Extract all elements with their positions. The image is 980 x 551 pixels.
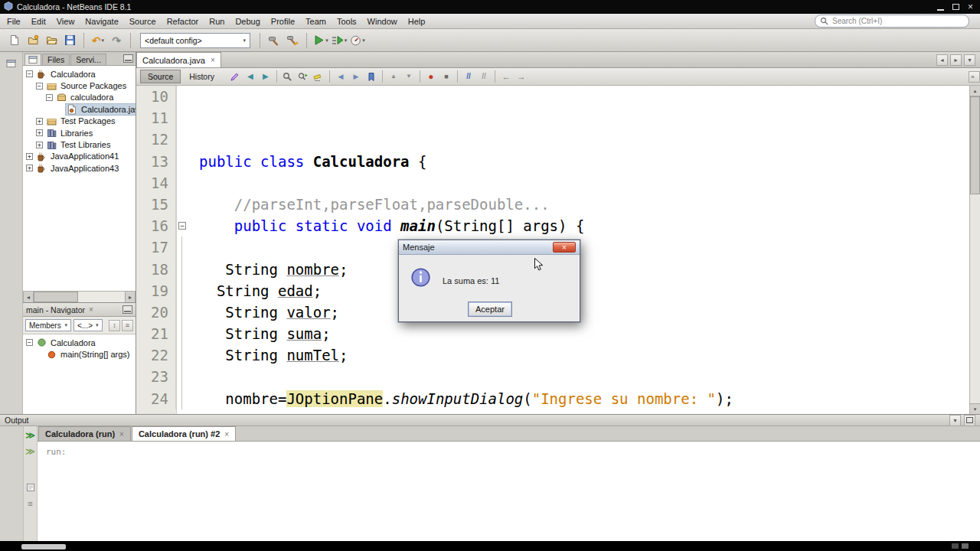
clean-build-button[interactable] — [284, 31, 301, 50]
navigator-close-icon[interactable]: × — [89, 305, 93, 314]
clear-button[interactable] — [25, 482, 36, 493]
code-line-10[interactable]: 10 — [136, 86, 969, 107]
collapse-icon[interactable]: − — [26, 339, 33, 346]
toggle-bookmark-button[interactable] — [364, 70, 378, 83]
code-line-13[interactable]: 13public class Calculadora { — [136, 151, 969, 172]
project-node-javaapplication41[interactable]: +JavaApplication41 — [23, 151, 136, 162]
scroll-up-icon[interactable]: ▴ — [970, 86, 980, 96]
macro-stop-button[interactable]: ■ — [439, 70, 453, 83]
code-line-22[interactable]: 22 String numTel; — [136, 344, 969, 366]
code-line-23[interactable]: 23 — [136, 366, 969, 387]
menu-file[interactable]: File — [2, 15, 26, 28]
output-tab-close-icon[interactable]: × — [224, 430, 229, 439]
projects-minimize-icon[interactable] — [123, 54, 133, 63]
scroll-down-icon[interactable]: ▾ — [970, 403, 980, 414]
menu-window[interactable]: Window — [362, 15, 403, 28]
last-edit-button[interactable] — [228, 70, 242, 83]
fold-collapse-icon[interactable]: − — [178, 222, 186, 230]
menu-edit[interactable]: Edit — [26, 15, 51, 28]
history-view-button[interactable]: History — [183, 70, 220, 83]
expand-icon[interactable]: + — [36, 118, 43, 125]
menu-profile[interactable]: Profile — [266, 15, 300, 28]
find-next-button[interactable] — [296, 70, 310, 83]
tab-list-icon[interactable]: ▾ — [964, 54, 975, 66]
find-selection-button[interactable] — [281, 70, 295, 83]
save-all-button[interactable] — [61, 31, 78, 50]
rerun-button[interactable]: ≫ — [25, 430, 36, 441]
code-line-24[interactable]: 24 nombre=JOptionPane.showInputDialog("I… — [136, 388, 969, 409]
projects-hscrollbar[interactable]: ◂ ▸ — [23, 291, 136, 302]
collapse-icon[interactable]: − — [36, 83, 43, 90]
shift-left-button[interactable]: ← — [499, 70, 513, 83]
open-project-button[interactable] — [43, 31, 60, 50]
navigator-node-calculadora[interactable]: −Calculadora — [23, 337, 136, 348]
redo-button[interactable]: ↷ — [108, 31, 125, 50]
menu-run[interactable]: Run — [204, 15, 230, 28]
run-button[interactable]: ▾ — [312, 31, 329, 50]
prev-usage-button[interactable]: ▲ — [387, 70, 400, 83]
new-project-button[interactable] — [24, 31, 41, 50]
menu-refactor[interactable]: Refactor — [162, 15, 204, 28]
menu-source[interactable]: Source — [124, 15, 162, 28]
filter-icon[interactable]: ≡ — [122, 320, 133, 331]
accept-button[interactable]: Aceptar — [468, 302, 512, 317]
code-line-21[interactable]: 21 String suma; — [136, 323, 969, 344]
output-tab-calculadora-run[interactable]: Calculadora (run)× — [38, 426, 131, 441]
comment-button[interactable]: // — [462, 70, 475, 83]
scroll-left-icon[interactable]: ◂ — [23, 292, 34, 302]
menu-debug[interactable]: Debug — [230, 15, 265, 28]
members-filter-select[interactable]: Members▾ — [25, 319, 71, 331]
new-file-button[interactable] — [6, 31, 23, 50]
scroll-track[interactable] — [34, 292, 125, 302]
output-console[interactable]: run: — [38, 442, 980, 541]
uncomment-button[interactable]: // — [477, 70, 491, 83]
code-line-14[interactable]: 14 — [136, 172, 969, 194]
code-line-15[interactable]: 15 //parseInt,parseFloat,parseDouble... — [136, 194, 969, 215]
editor-tab-calculadora-java[interactable]: Calculadora.java × — [136, 52, 221, 67]
sort-members-icon[interactable]: ↕ — [109, 320, 120, 331]
menu-view[interactable]: View — [51, 15, 80, 28]
profile-button[interactable]: ▾ — [349, 31, 366, 50]
project-node-libraries[interactable]: +Libraries — [23, 127, 136, 139]
output-tab-calculadora-run-2[interactable]: Calculadora (run) #2× — [132, 426, 236, 441]
inherited-filter-select[interactable]: <...>▾ — [74, 319, 103, 331]
undo-button[interactable]: ↶▾ — [90, 31, 106, 50]
toolbar-overflow-icon[interactable]: » — [969, 71, 980, 83]
navigator-minimize-icon[interactable] — [122, 305, 132, 314]
output-minimize-icon[interactable]: ▾ — [949, 415, 961, 426]
project-node-source-packages[interactable]: −Source Packages — [23, 80, 136, 91]
navigator-node-main-string-args[interactable]: main(String[] args) — [23, 348, 136, 360]
output-tab-close-icon[interactable]: × — [119, 430, 124, 439]
back-button[interactable]: ◀ — [243, 70, 257, 83]
window-minimize-icon[interactable] — [937, 9, 944, 11]
menu-team[interactable]: Team — [300, 15, 332, 28]
code-line-16[interactable]: 16− public static void main(String[] arg… — [136, 215, 969, 236]
menu-navigate[interactable]: Navigate — [80, 15, 123, 28]
project-node-javaapplication43[interactable]: +JavaApplication43 — [23, 162, 136, 174]
scroll-thumb[interactable] — [34, 292, 78, 302]
forward-button[interactable]: ▶ — [259, 70, 273, 83]
menu-help[interactable]: Help — [403, 15, 431, 28]
next-bookmark-button[interactable]: ▶ — [349, 70, 363, 83]
project-node-test-packages[interactable]: +Test Packages — [23, 116, 136, 127]
dialog-close-icon[interactable]: × — [553, 242, 576, 253]
scroll-thumb[interactable] — [970, 96, 980, 194]
expand-icon[interactable]: + — [36, 142, 43, 148]
panel-tab-servi[interactable]: Servi... — [70, 54, 106, 65]
project-node-calculadora-java[interactable]: Calculadora.java — [23, 103, 136, 115]
menu-tools[interactable]: Tools — [332, 15, 362, 28]
tab-scroll-left-icon[interactable]: ◂ — [936, 54, 948, 66]
record-macro-button[interactable]: ● — [424, 70, 438, 83]
next-usage-button[interactable]: ▼ — [402, 70, 416, 83]
output-maximize-icon[interactable] — [964, 415, 975, 426]
scroll-right-icon[interactable]: ▸ — [125, 292, 136, 302]
panel-tab-projects[interactable] — [24, 54, 41, 65]
build-button[interactable] — [266, 31, 283, 50]
prev-bookmark-button[interactable]: ◀ — [334, 70, 348, 83]
debug-button[interactable]: ▾ — [331, 31, 348, 50]
collapse-icon[interactable]: − — [26, 70, 33, 77]
expand-icon[interactable]: + — [26, 165, 33, 171]
code-line-12[interactable]: 12 — [136, 129, 969, 150]
project-node-calculadora[interactable]: −Calculadora — [23, 68, 136, 80]
project-node-test-libraries[interactable]: +Test Libraries — [23, 139, 136, 150]
